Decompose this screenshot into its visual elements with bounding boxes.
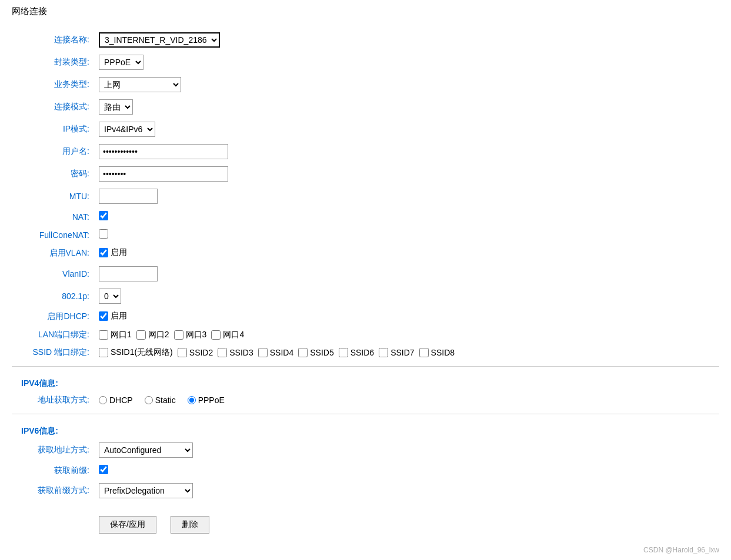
lan-port-3-checkbox[interactable] xyxy=(174,330,183,340)
ssid-ports-group: SSID1(无线网络) SSID2 SSID3 SSID4 xyxy=(99,347,715,358)
username-label: 用户名: xyxy=(12,140,94,163)
save-button[interactable]: 保存/应用 xyxy=(99,516,156,534)
ssid7-checkbox[interactable] xyxy=(379,348,388,357)
ssid4-checkbox[interactable] xyxy=(258,348,268,357)
lan-port-4-label: 网口4 xyxy=(223,330,244,340)
ipv6-addr-method-label: 获取地址方式: xyxy=(12,439,94,461)
ipv6-prefix-method-label: 获取前缀方式: xyxy=(12,479,94,502)
ssid6-wrapper: SSID6 xyxy=(339,348,374,357)
connect-mode-label: 连接模式: xyxy=(12,96,94,118)
vlan-id-label: VlanID: xyxy=(12,263,94,285)
ipv6-prefix-method-select[interactable]: PrefixDelegation xyxy=(99,483,193,498)
service-type-label: 业务类型: xyxy=(12,73,94,96)
ipv4-dhcp-radio[interactable] xyxy=(99,396,107,404)
lan-port-label: LAN端口绑定: xyxy=(12,326,94,344)
ipv4-pppoe-radio[interactable] xyxy=(188,396,196,404)
encap-type-select[interactable]: PPPoE xyxy=(99,55,143,70)
ssid2-label: SSID2 xyxy=(189,348,213,357)
lan-port-4-checkbox[interactable] xyxy=(211,330,221,340)
username-input[interactable] xyxy=(99,144,228,159)
ipv4-static-radio[interactable] xyxy=(145,396,153,404)
ipv4-dhcp-wrapper: DHCP xyxy=(99,395,133,405)
ssid2-wrapper: SSID2 xyxy=(178,348,213,357)
lan-port-1-label: 网口1 xyxy=(111,330,132,340)
fullcone-nat-checkbox[interactable] xyxy=(99,229,108,239)
ssid-port-label: SSID 端口绑定: xyxy=(12,344,94,361)
ssid1-checkbox[interactable] xyxy=(99,348,108,357)
encap-type-label: 封装类型: xyxy=(12,51,94,73)
ssid8-checkbox[interactable] xyxy=(419,348,429,357)
service-type-select[interactable]: 上网 xyxy=(99,77,181,92)
ssid6-label: SSID6 xyxy=(351,348,374,357)
password-input[interactable] xyxy=(99,166,228,182)
ssid3-wrapper: SSID3 xyxy=(218,348,253,357)
ipv4-pppoe-wrapper: PPPoE xyxy=(188,395,225,405)
mtu-input[interactable]: 1492 xyxy=(99,189,158,204)
enable-dhcp-wrapper: 启用 xyxy=(99,311,127,321)
enable-vlan-label: 启用VLAN: xyxy=(12,244,94,263)
nat-checkbox[interactable] xyxy=(99,211,108,220)
ipv4-addr-method-group: DHCP Static PPPoE xyxy=(99,395,715,405)
ipv4-section-title: IPV4信息: xyxy=(16,374,63,390)
dot1p-select[interactable]: 0 1 2 3 4 5 6 7 xyxy=(99,289,121,304)
enable-vlan-wrapper: 启用 xyxy=(99,247,127,258)
delete-button[interactable]: 删除 xyxy=(171,516,209,534)
lan-port-2-label: 网口2 xyxy=(148,330,169,340)
enable-dhcp-label: 启用DHCP: xyxy=(12,307,94,326)
main-form: 连接名称: 3_INTERNET_R_VID_2186 封装类型: PPPoE … xyxy=(12,29,719,537)
dot1p-label: 802.1p: xyxy=(12,285,94,307)
lan-port-2-checkbox[interactable] xyxy=(136,330,146,340)
ipv6-prefix-checkbox[interactable] xyxy=(99,465,108,474)
fullcone-nat-label: FullConeNAT: xyxy=(12,226,94,244)
ssid7-wrapper: SSID7 xyxy=(379,348,414,357)
ssid4-label: SSID4 xyxy=(270,348,293,357)
ssid5-wrapper: SSID5 xyxy=(298,348,333,357)
ssid3-label: SSID3 xyxy=(229,348,253,357)
connect-mode-select[interactable]: 路由 xyxy=(99,99,133,115)
ssid1-wrapper: SSID1(无线网络) xyxy=(99,347,173,358)
ssid5-checkbox[interactable] xyxy=(298,348,308,357)
lan-port-3-wrapper: 网口3 xyxy=(174,330,207,340)
vlan-id-input[interactable]: 2186 xyxy=(99,266,158,281)
ssid3-checkbox[interactable] xyxy=(218,348,227,357)
ipv4-dhcp-label: DHCP xyxy=(109,395,133,405)
ssid1-label: SSID1(无线网络) xyxy=(111,347,173,358)
lan-ports-group: 网口1 网口2 网口3 网口4 xyxy=(99,330,715,340)
ipv4-addr-method-label: 地址获取方式: xyxy=(12,391,94,409)
page-title: 网络连接 xyxy=(12,6,719,17)
ssid8-label: SSID8 xyxy=(431,348,455,357)
lan-port-1-wrapper: 网口1 xyxy=(99,330,132,340)
ipv6-prefix-label: 获取前缀: xyxy=(12,461,94,479)
ipv4-static-wrapper: Static xyxy=(145,395,176,405)
ip-mode-select[interactable]: IPv4&IPv6 xyxy=(99,122,155,137)
connection-name-select[interactable]: 3_INTERNET_R_VID_2186 xyxy=(99,32,220,48)
lan-port-2-wrapper: 网口2 xyxy=(136,330,169,340)
enable-vlan-text: 启用 xyxy=(111,247,127,258)
ssid5-label: SSID5 xyxy=(310,348,333,357)
ipv4-static-label: Static xyxy=(155,395,176,405)
password-label: 密码: xyxy=(12,163,94,185)
enable-dhcp-text: 启用 xyxy=(111,311,127,321)
nat-label: NAT: xyxy=(12,207,94,226)
ipv6-section-title: IPV6信息: xyxy=(16,421,63,438)
ssid6-checkbox[interactable] xyxy=(339,348,348,357)
ssid8-wrapper: SSID8 xyxy=(419,348,455,357)
ssid7-label: SSID7 xyxy=(390,348,414,357)
enable-vlan-checkbox[interactable] xyxy=(99,248,108,257)
mtu-label: MTU: xyxy=(12,185,94,207)
enable-dhcp-checkbox[interactable] xyxy=(99,311,108,321)
ipv6-addr-method-select[interactable]: AutoConfigured DHCPv6 Static xyxy=(99,442,193,458)
ipv4-pppoe-label: PPPoE xyxy=(198,395,225,405)
ssid4-wrapper: SSID4 xyxy=(258,348,293,357)
connection-name-label: 连接名称: xyxy=(12,29,94,51)
ip-mode-label: IP模式: xyxy=(12,118,94,140)
lan-port-3-label: 网口3 xyxy=(186,330,207,340)
lan-port-1-checkbox[interactable] xyxy=(99,330,108,340)
ssid2-checkbox[interactable] xyxy=(178,348,187,357)
lan-port-4-wrapper: 网口4 xyxy=(211,330,244,340)
